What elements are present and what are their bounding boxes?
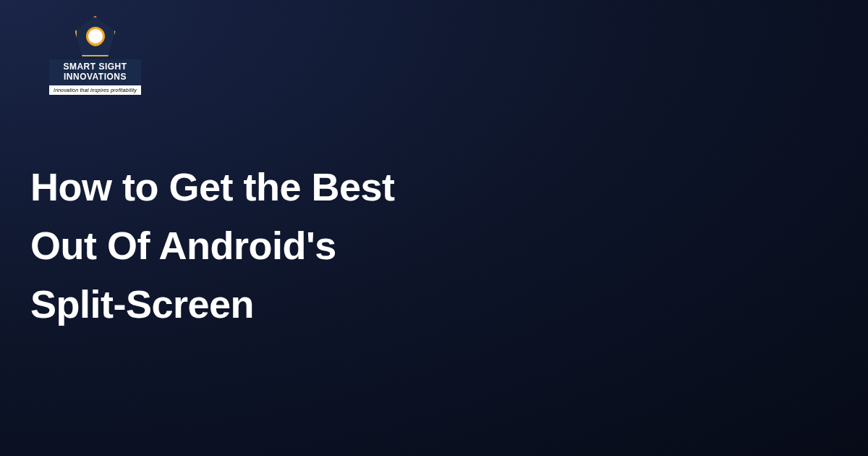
logo-name: SMART SIGHTINNOVATIONS bbox=[49, 59, 141, 85]
lightbulb-icon bbox=[88, 29, 103, 43]
article-headline: How to Get the Best Out Of Android's Spl… bbox=[30, 158, 407, 334]
logo-tagline: Innovation that inspires profitability bbox=[49, 85, 141, 95]
logo-pentagon bbox=[75, 16, 116, 56]
brand-logo: SMART SIGHTINNOVATIONS Innovation that i… bbox=[49, 16, 141, 95]
